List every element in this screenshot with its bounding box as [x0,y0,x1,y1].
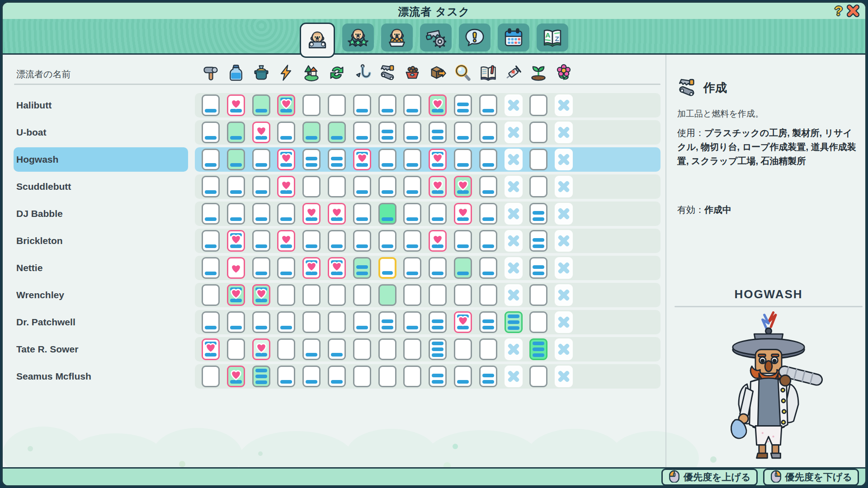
task-cell[interactable] [353,366,371,387]
task-cell[interactable] [529,338,547,360]
task-cell[interactable] [202,122,220,143]
task-cell[interactable] [277,203,295,225]
drifter-name[interactable]: Halibutt [16,93,52,117]
task-cell[interactable] [454,149,472,170]
task-cell[interactable] [252,284,270,306]
task-cell[interactable] [227,338,245,360]
task-cell[interactable] [454,230,472,252]
task-cell[interactable] [403,149,421,170]
task-cell[interactable] [277,176,295,197]
fishing-hook-icon[interactable] [353,64,371,82]
task-cell[interactable] [378,284,396,306]
task-cell[interactable] [328,257,346,279]
task-cell[interactable] [202,149,220,170]
farming-icon[interactable] [529,64,547,82]
task-cell[interactable] [252,338,270,360]
task-cell[interactable] [505,311,523,333]
task-cell[interactable] [555,338,573,360]
task-cell[interactable] [429,284,447,306]
task-cell[interactable] [328,149,346,170]
task-cell[interactable] [505,203,523,225]
task-cell[interactable] [277,284,295,306]
drifter-name[interactable]: U-boat [16,120,47,145]
drifter-name[interactable]: Scuddlebutt [16,174,71,199]
task-cell[interactable] [378,257,396,279]
task-cell[interactable] [302,284,321,306]
task-cell[interactable] [529,284,547,306]
task-cell[interactable] [252,230,270,252]
task-cell[interactable] [302,94,321,116]
task-cell[interactable] [202,257,220,279]
task-cell[interactable] [403,230,421,252]
task-cell[interactable] [378,338,396,360]
task-cell[interactable] [328,284,346,306]
task-cell[interactable] [353,149,371,170]
task-cell[interactable] [479,257,497,279]
task-cell[interactable] [529,203,547,225]
drifter-name[interactable]: Dr. Patchwell [16,310,75,334]
task-cell[interactable] [277,122,295,143]
task-cell[interactable] [353,311,371,333]
task-cell[interactable] [378,203,396,225]
energy-icon[interactable] [277,64,295,82]
tab-dictionary[interactable]: AZ [537,23,568,52]
island-icon[interactable] [302,64,321,82]
task-cell[interactable] [302,338,321,360]
task-cell[interactable] [227,176,245,197]
task-cell[interactable] [302,203,321,225]
task-cell[interactable] [403,94,421,116]
task-cell[interactable] [479,338,497,360]
task-cell[interactable] [429,311,447,333]
task-cell[interactable] [277,311,295,333]
task-cell[interactable] [429,257,447,279]
task-cell[interactable] [277,230,295,252]
task-cell[interactable] [252,176,270,197]
recycle-icon[interactable] [328,64,346,82]
task-cell[interactable] [403,338,421,360]
task-cell[interactable] [505,257,523,279]
cooking-pot-icon[interactable] [252,64,270,82]
task-cell[interactable] [429,149,447,170]
task-cell[interactable] [555,176,573,197]
task-cell[interactable] [505,149,523,170]
task-cell[interactable] [353,338,371,360]
syringe-icon[interactable] [505,64,523,82]
task-cell[interactable] [328,230,346,252]
task-cell[interactable] [403,257,421,279]
task-cell[interactable] [302,122,321,143]
task-cell[interactable] [429,176,447,197]
task-cell[interactable] [403,203,421,225]
task-cell[interactable] [302,149,321,170]
task-cell[interactable] [227,366,245,387]
task-cell[interactable] [454,257,472,279]
task-cell[interactable] [403,366,421,387]
lower-priority-button[interactable]: 優先度を下げる [763,469,859,486]
hauling-icon[interactable] [429,64,447,82]
task-cell[interactable] [505,176,523,197]
tab-person-food[interactable] [381,23,413,52]
task-cell[interactable] [529,230,547,252]
task-cell[interactable] [555,122,573,143]
task-cell[interactable] [479,366,497,387]
task-cell[interactable] [227,94,245,116]
task-cell[interactable] [353,94,371,116]
task-cell[interactable] [529,122,547,143]
task-cell[interactable] [529,311,547,333]
task-cell[interactable] [378,94,396,116]
task-cell[interactable] [227,149,245,170]
task-cell[interactable] [505,94,523,116]
task-cell[interactable] [378,366,396,387]
task-cell[interactable] [555,311,573,333]
task-cell[interactable] [227,311,245,333]
task-cell[interactable] [202,338,220,360]
task-cell[interactable] [429,122,447,143]
task-cell[interactable] [505,230,523,252]
drifter-name[interactable]: DJ Babble [16,202,63,226]
task-cell[interactable] [353,284,371,306]
task-cell[interactable] [277,149,295,170]
task-cell[interactable] [454,284,472,306]
flower-icon[interactable] [555,64,573,82]
task-cell[interactable] [378,230,396,252]
task-cell[interactable] [277,94,295,116]
tab-alert-bubble[interactable] [459,23,491,52]
